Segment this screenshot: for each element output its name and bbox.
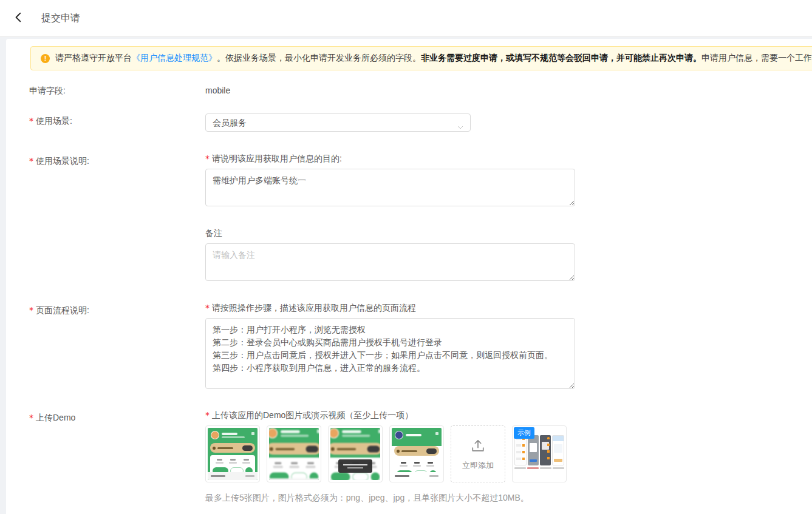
- alert-text-mid: 。依据业务场景，最小化申请开发业务所必须的字段。: [217, 53, 421, 63]
- remark-spacer: [29, 228, 205, 231]
- upload-hint: 最多上传5张图片，图片格式必须为：png、jpeg、jpg，且单张图片大小不超过…: [205, 493, 567, 504]
- alert-text-tail: 申请用户信息，需要一个工作日左右的审核时间，请耐: [701, 53, 812, 63]
- remark-label: 备注: [205, 228, 575, 239]
- usage-scene-select[interactable]: 会员服务: [205, 113, 471, 132]
- apply-field-value: mobile: [205, 83, 230, 95]
- page-flow-field: *请按照操作步骤，描述该应用获取用户信息的页面流程 第一步：用户打开小程序，浏览…: [205, 303, 575, 389]
- example-captions: [514, 467, 564, 469]
- demo-image-thumbnail-3[interactable]: [328, 425, 383, 482]
- row-remark: 备注: [29, 228, 812, 281]
- page-flow-inner-label: *请按照操作步骤，描述该应用获取用户信息的页面流程: [205, 303, 575, 314]
- row-usage-scene: *使用场景: 会员服务: [29, 113, 812, 132]
- upload-thumbnail-row: 立即添加 示例: [205, 425, 567, 482]
- scene-desc-label: *使用场景说明:: [29, 154, 205, 167]
- upload-demo-label: *上传Demo: [29, 410, 205, 424]
- application-form: 申请字段: mobile *使用场景: 会员服务 *使用场景说明: *请说明该应…: [6, 70, 812, 504]
- page-flow-label: *页面流程说明:: [29, 303, 205, 316]
- scene-desc-field: *请说明该应用获取用户信息的目的: 需维护用户多端账号统一: [205, 154, 575, 206]
- scene-desc-textarea[interactable]: 需维护用户多端账号统一: [205, 169, 575, 206]
- demo-image-thumbnail-4[interactable]: [389, 425, 444, 482]
- alert-text-bold: 非业务需要过度申请，或填写不规范等会驳回申请，并可能禁止再次申请。: [421, 53, 701, 63]
- auth-dialog-overlay: [338, 459, 372, 473]
- alert-text-lead: 请严格遵守开放平台: [55, 53, 132, 63]
- example-badge: 示例: [514, 427, 534, 439]
- row-page-flow: *页面流程说明: *请按照操作步骤，描述该应用获取用户信息的页面流程 第一步：用…: [29, 303, 812, 389]
- demo-screenshot-preview: [392, 428, 442, 480]
- example-image: [514, 435, 564, 465]
- user-info-spec-link[interactable]: 《用户信息处理规范》: [132, 53, 217, 63]
- remark-field: 备注: [205, 228, 575, 281]
- usage-scene-selected-value: 会员服务: [213, 118, 247, 127]
- add-upload-label: 立即添加: [462, 460, 494, 471]
- upload-demo-inner-label: *上传该应用的Demo图片或演示视频（至少上传一项）: [205, 410, 567, 421]
- upload-arrow-icon: [469, 437, 486, 456]
- scene-desc-inner-label: *请说明该应用获取用户信息的目的:: [205, 154, 575, 164]
- add-upload-button[interactable]: 立即添加: [451, 425, 505, 482]
- example-thumbnail[interactable]: 示例: [512, 425, 567, 482]
- row-apply-field: 申请字段: mobile: [29, 83, 812, 96]
- page-flow-textarea[interactable]: 第一步：用户打开小程序，浏览无需授权 第二步：登录会员中心或购买商品需用户授权手…: [205, 318, 575, 389]
- row-scene-desc: *使用场景说明: *请说明该应用获取用户信息的目的: 需维护用户多端账号统一: [29, 154, 812, 206]
- usage-scene-label: *使用场景:: [29, 113, 205, 127]
- warning-alert: ! 请严格遵守开放平台《用户信息处理规范》。依据业务场景，最小化申请开发业务所必…: [30, 46, 812, 70]
- content-panel: ! 请严格遵守开放平台《用户信息处理规范》。依据业务场景，最小化申请开发业务所必…: [6, 39, 812, 514]
- chevron-down-icon: [457, 120, 464, 137]
- page-title: 提交申请: [41, 12, 80, 25]
- row-upload-demo: *上传Demo *上传该应用的Demo图片或演示视频（至少上传一项）: [29, 410, 812, 504]
- apply-field-label: 申请字段:: [29, 83, 205, 96]
- page-header: 提交申请: [0, 0, 812, 37]
- demo-screenshot-preview: [208, 428, 258, 480]
- demo-image-thumbnail-2[interactable]: [267, 425, 321, 482]
- back-button[interactable]: [10, 10, 27, 27]
- alert-text: 请严格遵守开放平台《用户信息处理规范》。依据业务场景，最小化申请开发业务所必须的…: [55, 53, 812, 64]
- demo-screenshot-preview: [269, 428, 319, 480]
- upload-demo-field: *上传该应用的Demo图片或演示视频（至少上传一项）: [205, 410, 567, 504]
- demo-image-thumbnail-1[interactable]: [205, 425, 260, 482]
- exclamation-circle-icon: !: [41, 54, 50, 63]
- remark-textarea[interactable]: [205, 243, 575, 281]
- chevron-left-icon: [13, 12, 24, 25]
- demo-screenshot-preview: [330, 428, 380, 480]
